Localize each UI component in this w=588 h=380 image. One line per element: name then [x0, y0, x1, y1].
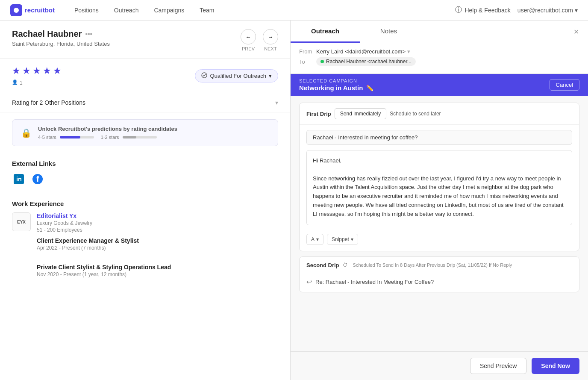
help-circle-icon: ⓘ [455, 6, 462, 15]
topnav: recruitbot Positions Outreach Campaigns … [0, 0, 588, 21]
snippet-button[interactable]: Snippet ▾ [327, 234, 358, 245]
right-panel: Outreach Notes ✕ From Kerry Laird <klair… [291, 21, 588, 380]
star-3[interactable]: ★ [32, 65, 41, 77]
send-now-button[interactable]: Send Now [532, 358, 579, 374]
ext-links [12, 172, 278, 186]
second-drip-card: Second Drip ⏱ Scheduled To Send In 8 Day… [299, 256, 579, 292]
star-1[interactable]: ★ [12, 65, 21, 77]
low-stars-label: 1-2 stars [101, 135, 119, 140]
nav-team[interactable]: Team [194, 4, 220, 16]
role-title-1: Client Experience Manager & Stylist [37, 237, 278, 244]
text-format-button[interactable]: A ▾ [306, 234, 323, 245]
high-stars-label: 4-5 stars [38, 135, 56, 140]
role-dates-2: Nov 2020 - Present (1 year, 12 months) [37, 271, 278, 277]
linkedin-icon[interactable] [12, 172, 26, 186]
qualified-label: Qualified For Outreach [210, 73, 266, 79]
nav-campaigns[interactable]: Campaigns [148, 4, 190, 16]
second-drip-title: Second Drip [306, 262, 339, 268]
topnav-right: ⓘ Help & Feedback user@recruitbot.com ▾ [455, 6, 578, 15]
candidate-location: Saint Petersburg, Florida, United States [12, 41, 110, 47]
tab-outreach[interactable]: Outreach [291, 21, 360, 43]
other-positions-row[interactable]: Rating for 2 Other Positions ▾ [0, 93, 290, 112]
bottom-actions: Send Preview Send Now [291, 351, 588, 380]
first-drip-header: First Drip Send immediately Schedule to … [300, 103, 579, 125]
badge-icon [201, 72, 207, 80]
selected-campaign-label: SELECTED CAMPAIGN [299, 78, 373, 83]
logo[interactable]: recruitbot [10, 4, 55, 16]
schedule-link[interactable]: Schedule to send later [390, 111, 441, 117]
prediction-bars: 4-5 stars 1-2 stars [38, 135, 271, 140]
candidate-header: Rachael Haubner ••• Saint Petersburg, Fl… [0, 21, 290, 59]
nav-links: Positions Outreach Campaigns Team [68, 4, 455, 16]
first-drip-title: First Drip [306, 111, 331, 117]
high-stars-fill [60, 136, 80, 138]
star-4[interactable]: ★ [43, 65, 51, 77]
expand-from-icon[interactable]: ▾ [407, 48, 410, 55]
low-stars-track [123, 136, 157, 138]
close-panel-button[interactable]: ✕ [571, 27, 581, 37]
nav-positions[interactable]: Positions [68, 4, 105, 16]
role-dates-1: Apr 2022 - Present (7 months) [37, 245, 278, 251]
prediction-title: Unlock Recruitbot's predictions by ratin… [38, 126, 271, 132]
lock-icon: 🔒 [19, 126, 33, 140]
candidate-name-section: Rachael Haubner ••• Saint Petersburg, Fl… [12, 29, 110, 47]
stars-group: ★ ★ ★ ★ ★ 👤 1 [12, 65, 62, 86]
user-menu[interactable]: user@recruitbot.com ▾ [517, 7, 578, 14]
company-name-1[interactable]: Editorialist Yx [37, 212, 278, 219]
page-layout: Rachael Haubner ••• Saint Petersburg, Fl… [0, 21, 588, 380]
star-2[interactable]: ★ [22, 65, 31, 77]
company-size-1: 51 - 200 Employees [37, 227, 278, 233]
send-preview-button[interactable]: Send Preview [470, 358, 526, 374]
second-drip-header: Second Drip ⏱ Scheduled To Send In 8 Day… [300, 257, 579, 274]
chevron-down-icon: ▾ [275, 99, 278, 106]
low-stars-group: 1-2 stars [101, 135, 157, 140]
company-logo-1: EYX [12, 212, 31, 231]
nav-outreach[interactable]: Outreach [108, 4, 145, 16]
edit-campaign-icon[interactable]: ✏️ [366, 85, 373, 91]
work-details-2: Private Client Stylist & Styling Operati… [37, 259, 278, 278]
drips-container: First Drip Send immediately Schedule to … [291, 96, 588, 351]
external-links-title: External Links [12, 160, 278, 167]
nav-buttons: ← PREV → NEXT [241, 29, 278, 51]
high-stars-group: 4-5 stars [38, 135, 94, 140]
campaign-info: SELECTED CAMPAIGN Networking in Austin ✏… [299, 78, 373, 91]
svg-point-0 [14, 8, 19, 13]
next-button[interactable]: → [263, 29, 278, 44]
rating-count: 1 [20, 80, 23, 86]
tab-notes[interactable]: Notes [360, 21, 417, 43]
second-drip-scheduled-info: Scheduled To Send In 8 Days After Previo… [353, 262, 512, 268]
prev-button[interactable]: ← [241, 29, 256, 44]
left-panel: Rachael Haubner ••• Saint Petersburg, Fl… [0, 21, 291, 380]
help-feedback-link[interactable]: ⓘ Help & Feedback [455, 6, 510, 15]
qualified-badge[interactable]: Qualified For Outreach ▾ [195, 69, 278, 82]
email-subject-field[interactable]: Rachael - Interested in meeting for coff… [306, 130, 572, 145]
email-body[interactable]: Hi Rachael, Since networking has really … [306, 150, 572, 225]
star-5[interactable]: ★ [53, 65, 62, 77]
work-item-2: Private Client Stylist & Styling Operati… [12, 259, 278, 278]
next-nav-group: → NEXT [263, 29, 278, 51]
prev-label: PREV [242, 46, 255, 51]
send-immediately-button[interactable]: Send immediately [335, 108, 386, 119]
chevron-down-icon: ▾ [575, 7, 578, 14]
selected-campaign: SELECTED CAMPAIGN Networking in Austin ✏… [291, 74, 588, 96]
from-value: Kerry Laird <klaird@recruitbot.com> ▾ [316, 48, 410, 55]
drip-send-row: Send immediately Schedule to send later [335, 108, 441, 119]
prev-nav-group: ← PREV [241, 29, 256, 51]
forward-icon: ↩ [306, 278, 312, 286]
rating-section: ★ ★ ★ ★ ★ 👤 1 [0, 59, 290, 93]
stars-row: ★ ★ ★ ★ ★ 👤 1 [12, 65, 278, 86]
external-links-section: External Links [0, 153, 290, 193]
facebook-icon[interactable] [31, 172, 44, 186]
cancel-campaign-button[interactable]: Cancel [550, 79, 579, 91]
chevron-down-icon: ▾ [351, 236, 353, 242]
stars[interactable]: ★ ★ ★ ★ ★ [12, 65, 62, 77]
online-dot [320, 60, 324, 63]
low-stars-fill [123, 136, 136, 138]
work-experience-section: Work Experience EYX Editorialist Yx Luxu… [0, 193, 290, 294]
more-options-icon[interactable]: ••• [85, 30, 92, 38]
second-drip-subject: Re: Rachael - Interested In Meeting For … [315, 279, 434, 285]
person-icon: 👤 [12, 80, 18, 85]
right-tabs: Outreach Notes ✕ [291, 21, 588, 43]
logo-text: recruitbot [25, 6, 55, 14]
other-positions-text: Rating for 2 Other Positions [12, 99, 85, 106]
